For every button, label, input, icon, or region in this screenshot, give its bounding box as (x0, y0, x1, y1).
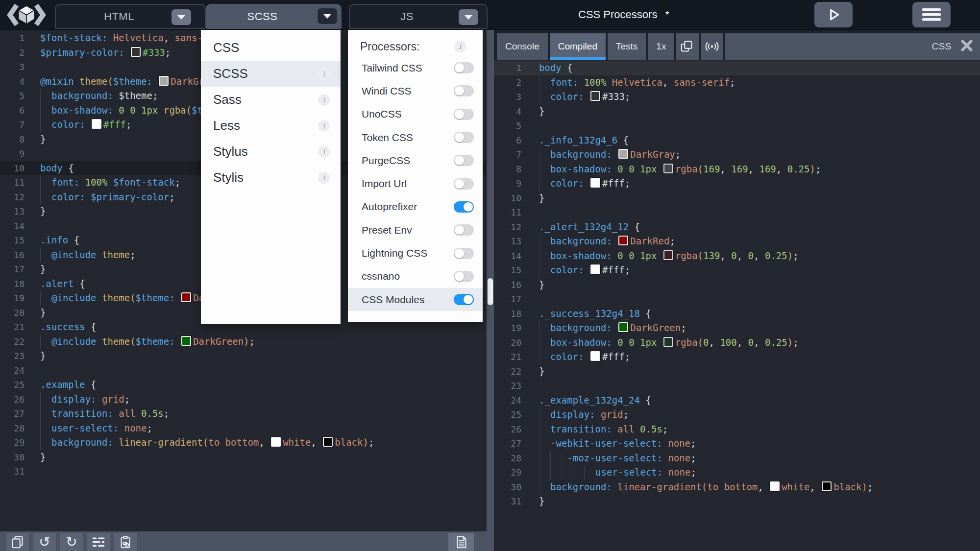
info-icon[interactable]: i (318, 94, 330, 106)
color-chip (323, 437, 333, 447)
scss-panel-select[interactable]: SCSS (206, 4, 342, 29)
toggle-windi-css[interactable] (454, 85, 474, 96)
color-chip (590, 178, 600, 188)
line-number: 17 (0, 262, 30, 277)
code-line[interactable]: 23} (0, 349, 487, 363)
code-line[interactable]: 20box-shadow: 0 0 1px rgba(0, 100, 0, 0.… (494, 335, 980, 350)
code-line[interactable]: 6._info_132g4_6 { (494, 133, 980, 148)
toggle-cssnano[interactable] (454, 271, 474, 282)
code-line[interactable]: 27transition: all 0.5s; (0, 407, 487, 421)
code-line[interactable]: 16} (494, 278, 980, 292)
toggle-unocss[interactable] (454, 109, 474, 120)
indent-guide (40, 407, 51, 421)
scss-panel-caret-button[interactable] (318, 8, 337, 24)
code-line[interactable]: 18._success_132g4_18 { (494, 307, 980, 321)
main-menu-button[interactable] (912, 2, 951, 27)
info-icon[interactable]: i (318, 68, 330, 80)
broadcast-icon-button[interactable] (701, 33, 723, 60)
code-line[interactable]: 11 (494, 205, 980, 220)
processors-panel: Processors: i Tailwind CSSWindi CSSUnoCS… (348, 30, 483, 322)
js-panel-select[interactable]: JS (349, 4, 488, 29)
toggle-css-modules[interactable] (454, 294, 474, 305)
menu-item-stylis[interactable]: Stylisi (201, 165, 341, 191)
play-icon (825, 6, 842, 23)
code-line[interactable]: 9color: #fff; (494, 176, 980, 191)
toggle-lightning-css[interactable] (454, 248, 474, 259)
code-line[interactable]: 3color: #333; (494, 90, 980, 104)
duplicate-icon-button[interactable] (676, 33, 699, 60)
html-panel-caret-button[interactable] (172, 9, 191, 25)
code-line[interactable]: 14box-shadow: 0 0 1px rgba(139, 0, 0, 0.… (494, 249, 980, 264)
code-line[interactable]: 25display: grid; (494, 407, 980, 422)
code-line[interactable]: 29user-select: none; (494, 465, 980, 480)
code-line[interactable]: 30background: linear-gradient(to bottom,… (494, 480, 980, 495)
compiled-css-code-area[interactable]: 1body {2font: 100% Helvetica, sans-serif… (494, 61, 980, 509)
close-icon (960, 39, 973, 52)
toggle-preset-env[interactable] (454, 224, 474, 236)
line-number: 15 (0, 233, 30, 248)
code-line[interactable]: 25.example { (0, 378, 487, 392)
code-line[interactable]: 12._alert_132g4_12 { (494, 220, 980, 235)
info-icon[interactable]: i (318, 120, 330, 132)
close-panel-button[interactable] (960, 39, 973, 54)
clipboard-link-button[interactable] (114, 533, 137, 551)
code-line[interactable]: 8box-shadow: 0 0 1px rgba(169, 169, 169,… (494, 162, 980, 177)
tab-console[interactable]: Console (497, 33, 548, 60)
code-line[interactable]: 26transition: all 0.5s; (494, 422, 980, 437)
code-line[interactable]: 4} (494, 104, 980, 119)
tab-tests[interactable]: Tests (608, 33, 646, 60)
indent-guide (40, 335, 51, 349)
code-line[interactable]: 17 (494, 292, 980, 307)
menu-item-stylus[interactable]: Stylusi (201, 139, 341, 165)
code-line[interactable]: 22@include theme($theme: DarkGreen); (0, 335, 487, 349)
toggle-token-css[interactable] (454, 132, 474, 143)
code-line[interactable]: 1body { (494, 61, 980, 75)
menu-item-less[interactable]: Lessi (201, 113, 341, 139)
code-line[interactable]: 21color: #fff; (494, 350, 980, 364)
info-icon[interactable]: i (454, 41, 466, 52)
menu-item-sass[interactable]: Sassi (201, 87, 341, 113)
code-line[interactable]: 31 (0, 464, 487, 479)
copy-button[interactable] (6, 533, 29, 551)
toggle-purgecss[interactable] (454, 155, 474, 166)
js-panel-caret-button[interactable] (459, 9, 478, 25)
code-line[interactable]: 29background: linear-gradient(to bottom,… (0, 435, 487, 450)
redo-button[interactable]: ↻ (60, 533, 83, 551)
code-line[interactable]: 5 (494, 119, 980, 133)
tab-1x[interactable]: 1x (648, 33, 674, 60)
line-number: 3 (0, 60, 30, 74)
scrollbar-thumb[interactable] (488, 278, 493, 305)
code-line[interactable]: 19background: DarkGreen; (494, 321, 980, 335)
code-line[interactable]: 24 (0, 363, 487, 378)
code-line[interactable]: 28-moz-user-select: none; (494, 451, 980, 466)
code-line[interactable]: 7background: DarkGray; (494, 147, 980, 162)
code-line[interactable]: 26display: grid; (0, 392, 487, 407)
toggle-autoprefixer[interactable] (454, 201, 474, 213)
code-line[interactable]: 23 (494, 379, 980, 393)
code-line[interactable]: 31} (494, 494, 980, 509)
code-line[interactable]: 13background: DarkRed; (494, 234, 980, 249)
menu-item-css[interactable]: CSS (201, 35, 341, 61)
code-line[interactable]: 24._example_132g4_24 { (494, 393, 980, 408)
tab-compiled[interactable]: Compiled (550, 33, 606, 60)
info-icon[interactable]: i (318, 146, 330, 158)
code-line[interactable]: 2font: 100% Helvetica, sans-serif; (494, 75, 980, 90)
document-icon (453, 534, 470, 550)
settings-sliders-button[interactable] (87, 533, 110, 551)
info-icon[interactable]: i (318, 172, 330, 184)
document-button[interactable] (448, 533, 474, 551)
menu-item-scss[interactable]: SCSSi (201, 61, 341, 87)
code-line[interactable]: 10} (494, 191, 980, 206)
code-line[interactable]: 28user-select: none; (0, 421, 487, 436)
run-button[interactable] (814, 2, 853, 27)
code-line[interactable]: 22} (494, 364, 980, 379)
panel-divider-scrollbar[interactable] (487, 30, 494, 551)
toggle-import-url[interactable] (454, 178, 474, 190)
code-line[interactable]: 27-webkit-user-select: none; (494, 436, 980, 451)
code-cube-logo[interactable] (7, 1, 46, 28)
undo-button[interactable]: ↺ (33, 533, 56, 551)
html-panel-select[interactable]: HTML (55, 4, 206, 29)
toggle-tailwind-css[interactable] (454, 62, 474, 73)
code-line[interactable]: 30} (0, 450, 487, 465)
code-line[interactable]: 15color: #fff; (494, 263, 980, 278)
